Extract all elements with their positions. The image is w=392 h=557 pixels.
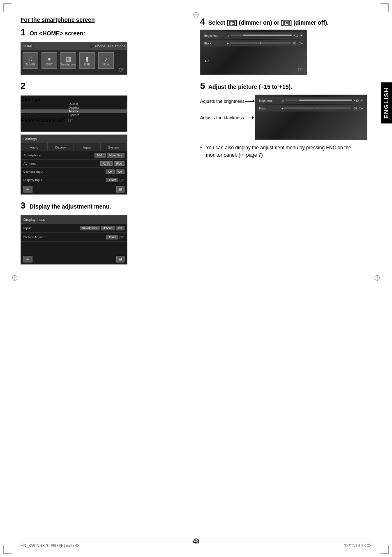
settings-screen-1: Settings Audio Display Input● System Fad…: [21, 95, 127, 132]
black-icon-right: □+: [299, 42, 303, 45]
step-3-text: Display the adjustment menu.: [30, 203, 111, 210]
reg-mark-left: [12, 275, 18, 283]
av-in-btn[interactable]: AV-IN: [100, 161, 113, 166]
enter-btn-2[interactable]: Enter: [106, 235, 118, 239]
footer: EN_KW-NSX700/600[E].indb 43 12/11/14 13:…: [21, 541, 371, 548]
step-3-header: 3 Display the adjustment menu.: [21, 200, 188, 213]
tab-system-2: System: [101, 143, 127, 151]
horiz-line-1: [245, 101, 253, 102]
ipod-btn[interactable]: iPod: [114, 161, 125, 166]
blackness-label-line: Adjusts the blackness: [200, 111, 255, 124]
diagram-labels: Adjusts the brightness Adjusts the black…: [200, 95, 255, 124]
display-bottom-bar: ↩ ⊞: [21, 254, 127, 264]
picture-adjust-row: Picture Adjust Enter ☞: [21, 233, 127, 242]
brightness-label-line: Adjusts the brightness: [200, 95, 255, 108]
step-1-header: 1 On <HOME> screen:: [21, 27, 188, 39]
smartphone-label: Smartphone: [23, 153, 93, 157]
black-value-2: 00: [351, 107, 359, 110]
display-input-row: Display Input Enter ☞: [21, 176, 127, 184]
input-row: Input Smartphone iPhone Off: [21, 224, 127, 233]
step-5-block: 5 Adjust the picture (–15 to +15). Adjus…: [200, 81, 367, 159]
step-3-block: 3 Display the adjustment menu. Display I…: [21, 200, 188, 265]
brightness-row-2: Brightness ☼ +15 ☀: [257, 97, 365, 104]
brightness-bar-2: [286, 100, 352, 101]
tab-input-2: Input: [74, 143, 101, 151]
corner-mark-tr: [380, 3, 389, 12]
reg-mark-right: [374, 275, 380, 283]
off-btn[interactable]: Off: [116, 169, 125, 174]
nav-icon-1[interactable]: ⊞: [116, 186, 125, 193]
step-1-text: On <HOME> screen:: [30, 30, 85, 37]
corner-mark-tl: [3, 3, 12, 12]
tuner-icon-box: ♫TUNER: [23, 52, 38, 69]
on-btn[interactable]: On: [106, 169, 114, 174]
home-icons-row: ♫TUNER ●DISC ▦Smartphone ▮USB ♪iPod: [21, 50, 127, 71]
step4-brightness-screen: Brightness ☼ +15 ☀ Black ■: [200, 30, 307, 75]
main-content: For the smartphone screen 1 On <HOME> sc…: [21, 16, 367, 532]
step-4-block: 4 Select [▶] (dimmer on) or [⊡] (dimmer …: [200, 16, 367, 75]
adjusts-brightness-text: Adjusts the brightness: [200, 99, 244, 104]
settings-top-bar-2: Settings: [21, 135, 127, 143]
home-title: HOME: [23, 44, 34, 48]
smartphone-btn[interactable]: Smartphone: [80, 226, 100, 230]
ipod-icon-box: ♪iPod: [98, 52, 114, 69]
black-label-2: Black: [259, 107, 281, 110]
off-btn-2[interactable]: Off: [116, 226, 125, 230]
display-input-screen: Display Input Input Smartphone iPhone Of…: [21, 215, 127, 265]
black-label-1: Black: [204, 42, 227, 45]
step-5-number: 5: [200, 81, 205, 91]
black-icon-left-2: ■: [281, 107, 284, 110]
step-5-text: Adjust the picture (–15 to +15).: [208, 84, 292, 90]
mhl-btn[interactable]: MHL: [95, 153, 106, 158]
corner-mark-br: [380, 545, 389, 554]
diagram-layout: Adjusts the brightness Adjusts the black…: [200, 95, 367, 140]
black-row-2: Black ■ 00 □+: [257, 105, 365, 111]
brightness-icon-right: ☀: [300, 34, 303, 37]
touch-icon-5: ☞: [298, 66, 303, 73]
mirrorlink-btn[interactable]: MirrorLink: [107, 153, 125, 158]
usb-icon-box: ▮USB: [79, 52, 95, 69]
touch-icon-2: ☞: [68, 117, 73, 123]
touch-icon-1: ☞: [119, 66, 125, 74]
brightness-arrow: [245, 100, 255, 103]
back-arrow-1: ↩: [205, 58, 210, 64]
right-column: 4 Select [▶] (dimmer on) or [⊡] (dimmer …: [200, 16, 367, 270]
settings-tabs-1: Audio Display Input● System: [21, 102, 127, 117]
brightness-label-1: Brightness: [204, 34, 227, 37]
tab-input-1: Input●: [21, 109, 127, 113]
home-right-icons: 📱 Phone ⚙ Settings: [89, 44, 125, 48]
back-button-2[interactable]: ↩: [23, 256, 32, 262]
fader-value: 0/0: [57, 117, 65, 123]
brightness-value-1: +15: [292, 34, 300, 37]
nav-icon-2[interactable]: ⊞: [116, 256, 125, 262]
adjusts-blackness-text: Adjusts the blackness: [200, 115, 244, 120]
black-icon-right-2: □+: [359, 107, 363, 110]
iphone-btn[interactable]: iPhone: [101, 226, 115, 230]
enter-btn-1[interactable]: Enter: [106, 178, 118, 182]
settings-title-2: Settings: [23, 137, 37, 141]
smartphone-icon-box: ▦Smartphone: [60, 52, 76, 69]
step-4-header: 4 Select [▶] (dimmer on) or [⊡] (dimmer …: [200, 16, 367, 27]
tab-display-1: Display: [21, 106, 127, 109]
home-top-bar: HOME 📱 Phone ⚙ Settings: [21, 42, 127, 50]
back-button-1[interactable]: ↩: [23, 186, 32, 193]
b-icon-left-2: ☼: [281, 99, 284, 102]
display-input-label: Display Input: [23, 178, 105, 182]
step-1-number: 1: [21, 27, 25, 38]
b-icon-right-2: ☀: [360, 99, 363, 102]
touch-icon-4: ☞: [119, 234, 125, 241]
step-2-number: 2: [21, 81, 25, 91]
footer-left: EN_KW-NSX700/600[E].indb 43: [21, 543, 79, 548]
black-row-1: Black ■ 00 □+: [203, 40, 304, 46]
step-4-number: 4: [200, 16, 205, 27]
black-bar-2: [284, 107, 351, 109]
disc-icon-box: ●DISC: [42, 52, 57, 69]
settings-title-1: Settings: [21, 96, 40, 102]
picture-adjust-label: Picture Adjust: [23, 235, 106, 239]
settings-top-bar-1: Settings: [21, 96, 127, 102]
footer-right: 12/11/14 13:02: [344, 543, 371, 548]
av-input-label: AV Input: [23, 162, 99, 165]
av-input-row: AV Input AV-IN iPod: [21, 160, 127, 168]
step5-screen: Brightness ☼ +15 ☀ Black: [255, 95, 367, 140]
diagram-container: Adjusts the brightness Adjusts the black…: [200, 95, 367, 140]
